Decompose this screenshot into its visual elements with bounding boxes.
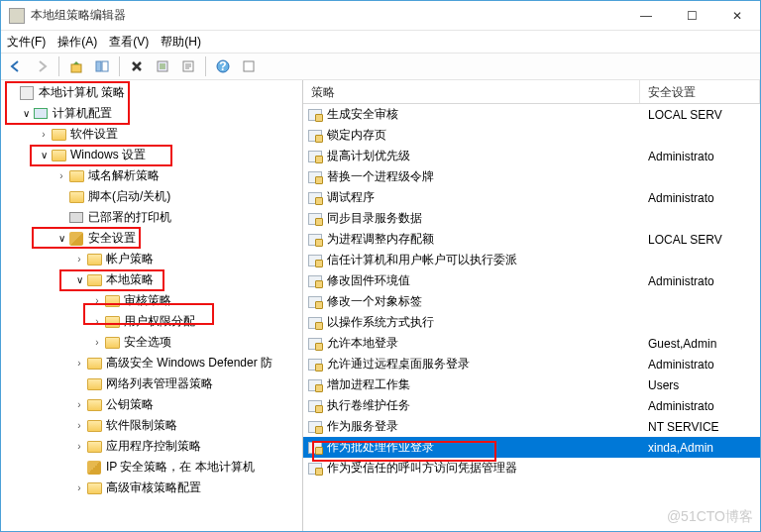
policy-icon — [307, 211, 323, 227]
policy-name: 修改固件环境值 — [327, 272, 644, 289]
policy-row[interactable]: 修改一个对象标签 — [303, 291, 760, 312]
minimize-button[interactable]: — — [623, 1, 669, 30]
policy-name: 调试程序 — [327, 189, 644, 206]
tree-printers[interactable]: 已部署的打印机 — [1, 207, 302, 228]
gpedit-window: 本地组策略编辑器 — ☐ ✕ 文件(F) 操作(A) 查看(V) 帮助(H) ?… — [0, 0, 761, 532]
tree-public-key[interactable]: ›公钥策略 — [1, 394, 302, 415]
tree-software-restrict[interactable]: ›软件限制策略 — [1, 415, 302, 436]
tree-ip-security[interactable]: IP 安全策略，在 本地计算机 — [1, 457, 302, 478]
help-button[interactable]: ? — [212, 55, 234, 77]
policy-value: LOCAL SERV — [644, 108, 760, 122]
tree-windows-settings[interactable]: ∨Windows 设置 — [1, 145, 302, 165]
menu-view[interactable]: 查看(V) — [109, 34, 149, 51]
tree-software-settings[interactable]: ›软件设置 — [1, 124, 302, 145]
tree-security-options[interactable]: ›安全选项 — [1, 332, 302, 353]
policy-value: Administrato — [644, 399, 760, 413]
policy-icon — [307, 315, 323, 331]
policy-icon — [307, 461, 323, 477]
window-controls: — ☐ ✕ — [623, 1, 760, 30]
toolbar-separator — [119, 56, 120, 76]
tree-label: 用户权限分配 — [124, 313, 195, 330]
policy-row[interactable]: 作为服务登录NT SERVICE — [303, 416, 760, 437]
forward-button[interactable] — [31, 55, 53, 77]
tree-local-policy[interactable]: ∨本地策略 — [1, 269, 302, 290]
policy-row[interactable]: 增加进程工作集Users — [303, 374, 760, 395]
policy-icon — [307, 377, 323, 393]
tree-user-rights[interactable]: ›用户权限分配 — [1, 311, 302, 332]
tree-label: 高级安全 Windows Defender 防 — [106, 355, 272, 372]
tree-audit-policy[interactable]: ›审核策略 — [1, 290, 302, 311]
tree-label: 高级审核策略配置 — [106, 479, 201, 496]
tree-advanced-audit[interactable]: ›高级审核策略配置 — [1, 478, 302, 498]
policy-icon — [307, 128, 323, 144]
tree-label: 帐户策略 — [106, 251, 154, 267]
policy-row[interactable]: 允许通过远程桌面服务登录Administrato — [303, 354, 760, 374]
tree-dns-policy[interactable]: ›域名解析策略 — [1, 165, 302, 186]
policy-row[interactable]: 同步目录服务数据 — [303, 208, 760, 229]
tree-pane[interactable]: 本地计算机 策略 ∨计算机配置 ›软件设置 ∨Windows 设置 ›域名解析策… — [1, 80, 303, 531]
refresh-button[interactable] — [238, 55, 260, 77]
tree-security-settings[interactable]: ∨安全设置 — [1, 228, 302, 249]
export-button[interactable] — [152, 55, 173, 77]
tree-root[interactable]: 本地计算机 策略 — [1, 82, 302, 103]
svg-rect-1 — [96, 61, 101, 71]
policy-row[interactable]: 作为批处理作业登录xinda,Admin — [303, 437, 760, 458]
policy-row[interactable]: 执行卷维护任务Administrato — [303, 395, 760, 416]
policy-list-pane[interactable]: 策略 安全设置 生成安全审核LOCAL SERV锁定内存页提高计划优先级Admi… — [303, 80, 760, 531]
policy-name: 锁定内存页 — [327, 127, 644, 144]
menu-action[interactable]: 操作(A) — [57, 34, 97, 51]
window-title: 本地组策略编辑器 — [31, 7, 623, 24]
tree-label: 已部署的打印机 — [88, 209, 171, 226]
policy-row[interactable]: 锁定内存页 — [303, 125, 760, 146]
policy-row[interactable]: 替换一个进程级令牌 — [303, 166, 760, 187]
policy-name: 执行卷维护任务 — [327, 397, 644, 414]
policy-row[interactable]: 调试程序Administrato — [303, 187, 760, 208]
up-button[interactable] — [65, 55, 87, 77]
tree-computer-config[interactable]: ∨计算机配置 — [1, 103, 302, 124]
close-button[interactable]: ✕ — [714, 1, 760, 30]
policy-name: 允许本地登录 — [327, 335, 644, 352]
policy-value: NT SERVICE — [644, 420, 760, 434]
policy-icon — [307, 253, 323, 268]
policy-row[interactable]: 以操作系统方式执行 — [303, 312, 760, 333]
tree-scripts[interactable]: 脚本(启动/关机) — [1, 186, 302, 207]
column-setting[interactable]: 安全设置 — [640, 80, 760, 103]
tree-account-policy[interactable]: ›帐户策略 — [1, 249, 302, 269]
tree-label: Windows 设置 — [70, 147, 146, 163]
policy-icon — [307, 149, 323, 164]
toolbar: ? — [1, 53, 760, 80]
tree-app-control[interactable]: ›应用程序控制策略 — [1, 436, 302, 457]
policy-icon — [307, 190, 323, 206]
policy-name: 提高计划优先级 — [327, 148, 644, 164]
policy-value: LOCAL SERV — [644, 233, 760, 247]
content-area: 本地计算机 策略 ∨计算机配置 ›软件设置 ∨Windows 设置 ›域名解析策… — [1, 80, 760, 531]
policy-row[interactable]: 作为受信任的呼叫方访问凭据管理器 — [303, 458, 760, 479]
policy-row[interactable]: 生成安全审核LOCAL SERV — [303, 104, 760, 125]
policy-row[interactable]: 提高计划优先级Administrato — [303, 146, 760, 166]
show-tree-button[interactable] — [91, 55, 113, 77]
tree-label: 软件限制策略 — [106, 417, 177, 434]
policy-row[interactable]: 允许本地登录Guest,Admin — [303, 333, 760, 354]
policy-name: 信任计算机和用户帐户可以执行委派 — [327, 252, 644, 268]
policy-row[interactable]: 信任计算机和用户帐户可以执行委派 — [303, 250, 760, 270]
tree-defender[interactable]: ›高级安全 Windows Defender 防 — [1, 353, 302, 373]
column-policy[interactable]: 策略 — [303, 80, 640, 103]
tree-label: IP 安全策略，在 本地计算机 — [106, 459, 255, 476]
policy-value: Administrato — [644, 358, 760, 372]
svg-rect-2 — [102, 61, 108, 71]
tree-label: 本地策略 — [106, 271, 154, 288]
policy-row[interactable]: 修改固件环境值Administrato — [303, 270, 760, 291]
tree-network-list[interactable]: 网络列表管理器策略 — [1, 373, 302, 394]
policy-name: 作为服务登录 — [327, 418, 644, 435]
properties-button[interactable] — [177, 55, 199, 77]
policy-icon — [307, 419, 323, 435]
menu-help[interactable]: 帮助(H) — [161, 34, 201, 51]
list-body: 生成安全审核LOCAL SERV锁定内存页提高计划优先级Administrato… — [303, 104, 760, 479]
policy-icon — [307, 336, 323, 352]
menu-file[interactable]: 文件(F) — [7, 34, 46, 51]
policy-row[interactable]: 为进程调整内存配额LOCAL SERV — [303, 229, 760, 250]
delete-button[interactable] — [126, 55, 148, 77]
policy-name: 增加进程工作集 — [327, 376, 644, 393]
back-button[interactable] — [5, 55, 27, 77]
maximize-button[interactable]: ☐ — [669, 1, 714, 30]
